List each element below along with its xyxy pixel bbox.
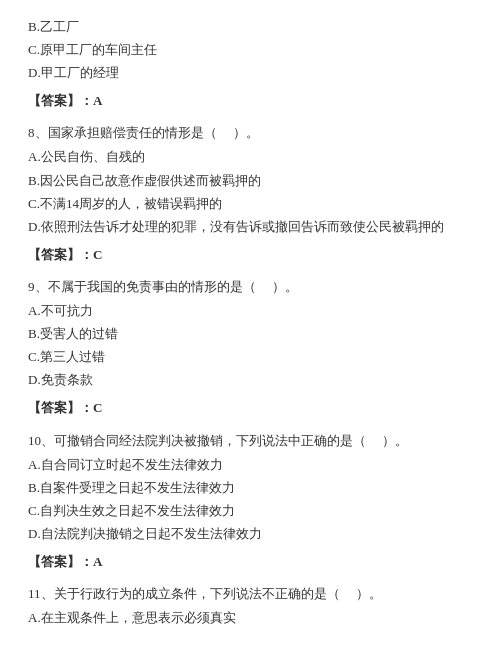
question-8-block: 8、国家承担赔偿责任的情形是（ ）。 A.公民自伤、自残的 B.因公民自己故意作… <box>28 122 472 237</box>
option-line: C.不满14周岁的人，被错误羁押的 <box>28 193 472 215</box>
option-line: A.在主观条件上，意思表示必须真实 <box>28 607 472 629</box>
option-line: B.因公民自己故意作虚假供述而被羁押的 <box>28 170 472 192</box>
option-line: C.自判决生效之日起不发生法律效力 <box>28 500 472 522</box>
top-options-block: B.乙工厂 C.原甲工厂的车间主任 D.甲工厂的经理 <box>28 16 472 84</box>
question-8-text: 8、国家承担赔偿责任的情形是（ ）。 <box>28 122 472 144</box>
answer-9: 【答案】：C <box>28 397 472 419</box>
option-line: C.原甲工厂的车间主任 <box>28 39 472 61</box>
page-content: B.乙工厂 C.原甲工厂的车间主任 D.甲工厂的经理 【答案】：A 8、国家承担… <box>28 16 472 629</box>
option-line: A.公民自伤、自残的 <box>28 146 472 168</box>
answer-8: 【答案】：C <box>28 244 472 266</box>
question-9-text: 9、不属于我国的免责事由的情形的是（ ）。 <box>28 276 472 298</box>
question-11-text: 11、关于行政行为的成立条件，下列说法不正确的是（ ）。 <box>28 583 472 605</box>
option-line: D.自法院判决撤销之日起不发生法律效力 <box>28 523 472 545</box>
option-line: D.依照刑法告诉才处理的犯罪，没有告诉或撤回告诉而致使公民被羁押的 <box>28 216 472 238</box>
answer-label: 【答案】：A <box>28 93 102 108</box>
answer-7: 【答案】：A <box>28 90 472 112</box>
option-line: A.自合同订立时起不发生法律效力 <box>28 454 472 476</box>
option-line: D.免责条款 <box>28 369 472 391</box>
option-line: C.第三人过错 <box>28 346 472 368</box>
answer-10: 【答案】：A <box>28 551 472 573</box>
option-line: B.自案件受理之日起不发生法律效力 <box>28 477 472 499</box>
question-10-block: 10、可撤销合同经法院判决被撤销，下列说法中正确的是（ ）。 A.自合同订立时起… <box>28 430 472 545</box>
option-line: B.乙工厂 <box>28 16 472 38</box>
answer-label: 【答案】：C <box>28 400 102 415</box>
answer-label: 【答案】：C <box>28 247 102 262</box>
question-11-block: 11、关于行政行为的成立条件，下列说法不正确的是（ ）。 A.在主观条件上，意思… <box>28 583 472 629</box>
answer-label: 【答案】：A <box>28 554 102 569</box>
option-line: A.不可抗力 <box>28 300 472 322</box>
question-9-block: 9、不属于我国的免责事由的情形的是（ ）。 A.不可抗力 B.受害人的过错 C.… <box>28 276 472 391</box>
option-line: B.受害人的过错 <box>28 323 472 345</box>
option-line: D.甲工厂的经理 <box>28 62 472 84</box>
question-10-text: 10、可撤销合同经法院判决被撤销，下列说法中正确的是（ ）。 <box>28 430 472 452</box>
